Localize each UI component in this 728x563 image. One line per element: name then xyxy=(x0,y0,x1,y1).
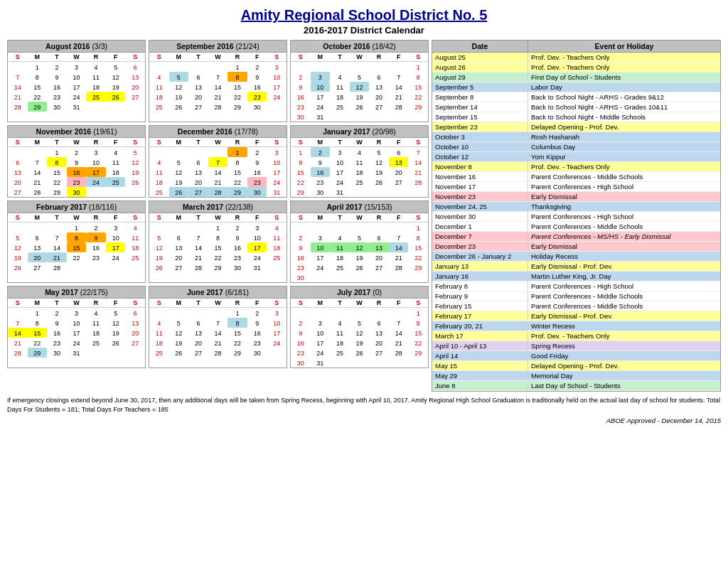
calendar-november-2016: November 2016 (19/61) SMTWRFS 1 2 3 4 5 … xyxy=(7,125,146,198)
event-desc-cell: Prof. Dev. - Teachers Only xyxy=(528,63,720,72)
event-desc-cell: Good Friday xyxy=(528,351,720,360)
event-date-cell: December 26 - January 2 xyxy=(432,252,528,261)
event-date-cell: March 17 xyxy=(432,331,528,341)
event-desc-cell: Back to School Night - ARHS - Grades 9&1… xyxy=(528,92,720,102)
event-date-cell: September 15 xyxy=(432,112,528,122)
event-desc-cell: Early Dismissal xyxy=(528,192,720,201)
june-header: June 2017 (6/181) xyxy=(149,286,287,299)
event-date-cell: December 1 xyxy=(432,222,528,231)
december-header: December 2016 (17/78) xyxy=(149,126,287,138)
event-date-cell: November 17 xyxy=(432,182,528,191)
event-row: December 26 - January 2Holiday Recess xyxy=(432,252,720,262)
event-date-cell: December 23 xyxy=(432,242,528,251)
calendar-april-2017: April 2017 (15/153) SMTWRFS 1 2 3 4 5 6 … xyxy=(290,200,429,283)
event-desc-cell: Prof. Dev. - Teachers Only xyxy=(528,53,720,62)
event-desc-cell: Early Dismissal - Prof. Dev. xyxy=(528,311,720,321)
event-row: January 13Early Dismissal - Prof. Dev. xyxy=(432,262,720,272)
event-row: April 10 - April 13Spring Recess xyxy=(432,341,720,351)
event-row: January 16Martin Luther King, Jr. Day xyxy=(432,272,720,282)
calendar-march-2017: March 2017 (22/138) SMTWRFS 1 2 3 4 5 6 … xyxy=(149,200,287,283)
april-header: April 2017 (15/153) xyxy=(291,201,428,213)
event-desc-cell: Holiday Recess xyxy=(528,252,720,261)
event-desc-cell: Prof. Dev. - Teachers Only xyxy=(528,162,720,171)
october-header: October 2016 (18/42) xyxy=(291,41,428,53)
event-desc-cell: Parent Conferences - Middle Schools xyxy=(528,222,720,231)
event-desc-cell: Parent Conferences - MS/HS - Early Dismi… xyxy=(528,232,720,241)
event-date-cell: December 7 xyxy=(432,232,528,241)
august-header: August 2016 (3/3) xyxy=(8,41,145,53)
event-desc-cell: First Day of School - Students xyxy=(528,73,720,82)
event-row: November 30Parent Conferences - High Sch… xyxy=(432,212,720,222)
event-desc-cell: Early Dismissal xyxy=(528,242,720,251)
event-row: February 15Parent Conferences - Middle S… xyxy=(432,301,720,311)
february-header: February 2017 (18/116) xyxy=(8,201,145,213)
calendar-august-2016: August 2016 (3/3) SMTWRFS 1 2 3 4 5 6 7 … xyxy=(7,40,146,122)
calendar-september-2016: September 2016 (21/24) SMTWRFS 1 2 3 4 5… xyxy=(149,40,287,122)
event-desc-cell: Memorial Day xyxy=(528,371,720,380)
event-desc-cell: Delayed Opening - Prof. Dev. xyxy=(528,361,720,370)
event-column-header: Event or Holiday xyxy=(528,41,720,52)
event-date-cell: November 8 xyxy=(432,162,528,171)
calendar-december-2016: December 2016 (17/78) SMTWRFS 1 2 3 4 5 … xyxy=(149,125,287,198)
event-row: August 26Prof. Dev. - Teachers Only xyxy=(432,63,720,73)
march-header: March 2017 (22/138) xyxy=(149,201,287,213)
calendar-may-2017: May 2017 (22/175) SMTWRFS 1 2 3 4 5 6 7 … xyxy=(7,286,146,368)
event-date-cell: November 24, 25 xyxy=(432,202,528,211)
event-row: November 17Parent Conferences - High Sch… xyxy=(432,182,720,192)
event-desc-cell: Parent Conferences - High School xyxy=(528,212,720,221)
aboe-approved: ABOE Approved - December 14, 2015 xyxy=(7,417,721,424)
event-row: October 3Rosh Hashanah xyxy=(432,132,720,142)
event-date-cell: October 12 xyxy=(432,152,528,161)
event-row: November 23Early Dismissal xyxy=(432,192,720,202)
calendars-section: August 2016 (3/3) SMTWRFS 1 2 3 4 5 6 7 … xyxy=(7,40,429,392)
event-desc-cell: Rosh Hashanah xyxy=(528,132,720,141)
event-desc-cell: Early Dismissal - Prof. Dev. xyxy=(528,262,720,271)
calendar-row-1: August 2016 (3/3) SMTWRFS 1 2 3 4 5 6 7 … xyxy=(7,40,429,122)
event-date-cell: August 26 xyxy=(432,63,528,72)
event-row: March 17Prof. Dev. - Teachers Only xyxy=(432,331,720,341)
page-title: Amity Regional School District No. 5 xyxy=(7,7,721,23)
event-row: September 15Back to School Night - Middl… xyxy=(432,112,720,122)
event-desc-cell: Parent Conferences - Middle Schools xyxy=(528,172,720,181)
event-date-cell: August 25 xyxy=(432,53,528,62)
calendar-row-3: February 2017 (18/116) SMTWRFS 1 2 3 4 5… xyxy=(7,200,429,283)
event-row: September 8Back to School Night - ARHS -… xyxy=(432,92,720,102)
event-desc-cell: Parent Conferences - High School xyxy=(528,182,720,191)
calendar-row-4: May 2017 (22/175) SMTWRFS 1 2 3 4 5 6 7 … xyxy=(7,286,429,368)
event-date-cell: November 16 xyxy=(432,172,528,181)
event-date-cell: September 14 xyxy=(432,102,528,112)
event-date-cell: June 8 xyxy=(432,381,528,390)
event-desc-cell: Back to School Night - ARHS - Grades 10&… xyxy=(528,102,720,112)
event-date-cell: September 5 xyxy=(432,82,528,92)
january-header: January 2017 (20/98) xyxy=(291,126,428,138)
event-row: December 1Parent Conferences - Middle Sc… xyxy=(432,222,720,232)
event-date-cell: October 10 xyxy=(432,142,528,151)
event-date-cell: November 30 xyxy=(432,212,528,221)
event-row: November 8Prof. Dev. - Teachers Only xyxy=(432,162,720,172)
event-date-cell: November 23 xyxy=(432,192,528,201)
event-row: February 9Parent Conferences - Middle Sc… xyxy=(432,291,720,301)
event-row: April 14Good Friday xyxy=(432,351,720,361)
event-row: May 29Memorial Day xyxy=(432,371,720,381)
event-date-cell: September 23 xyxy=(432,122,528,132)
event-row: December 7Parent Conferences - MS/HS - E… xyxy=(432,232,720,242)
events-body: August 25Prof. Dev. - Teachers OnlyAugus… xyxy=(432,53,720,391)
event-row: December 23Early Dismissal xyxy=(432,242,720,252)
event-date-cell: January 16 xyxy=(432,272,528,281)
event-desc-cell: Winter Recess xyxy=(528,321,720,331)
event-date-cell: September 8 xyxy=(432,92,528,102)
event-desc-cell: Labor Day xyxy=(528,82,720,92)
event-row: September 23Delayed Opening - Prof. Dev. xyxy=(432,122,720,132)
event-row: September 5Labor Day xyxy=(432,82,720,92)
event-date-cell: January 13 xyxy=(432,262,528,271)
calendar-january-2017: January 2017 (20/98) SMTWRFS 1 2 3 4 5 6… xyxy=(290,125,429,198)
event-date-cell: April 14 xyxy=(432,351,528,360)
event-date-cell: April 10 - April 13 xyxy=(432,341,528,350)
event-desc-cell: Parent Conferences - High School xyxy=(528,282,720,291)
july-header: July 2017 (0) xyxy=(291,286,428,299)
event-date-cell: February 15 xyxy=(432,301,528,311)
event-desc-cell: Thanksgiving xyxy=(528,202,720,211)
event-desc-cell: Last Day of School - Students xyxy=(528,381,720,390)
date-column-header: Date xyxy=(432,41,528,52)
event-desc-cell: Parent Conferences - Middle Schools xyxy=(528,291,720,301)
